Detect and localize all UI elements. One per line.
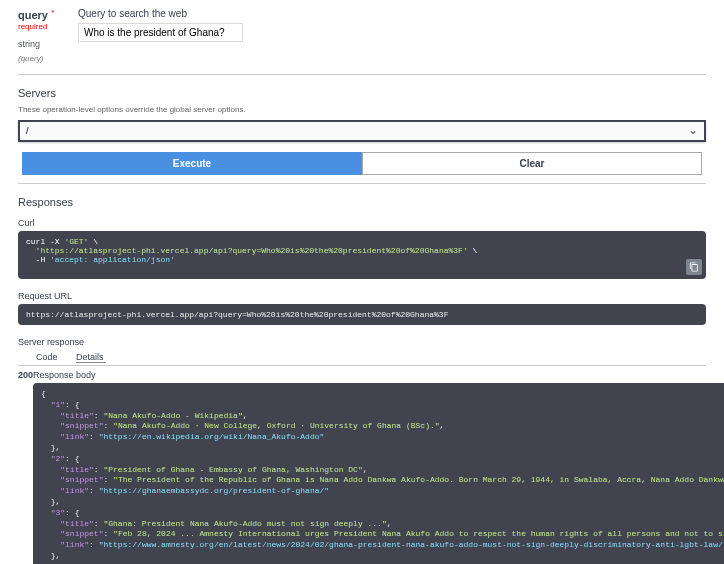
server-select-wrap: / xyxy=(0,120,724,142)
response-table-header: Code Details xyxy=(18,350,706,366)
divider xyxy=(18,74,706,75)
parameter-name-column: query * required string (query) xyxy=(18,8,78,64)
server-response-label: Server response xyxy=(0,331,724,350)
curl-label: Curl xyxy=(0,212,724,231)
responses-heading: Responses xyxy=(0,186,724,212)
parameter-row: query * required string (query) Query to… xyxy=(0,0,724,72)
divider xyxy=(18,183,706,184)
code-column-header: Code xyxy=(36,352,76,363)
response-body: { "1": { "title": "Nana Akufo-Addo - Wik… xyxy=(33,383,724,564)
parameter-type: string xyxy=(18,39,40,49)
execute-button[interactable]: Execute xyxy=(22,152,362,175)
response-row: 200 Response body { "1": { "title": "Nan… xyxy=(0,366,724,564)
servers-note: These operation-level options override t… xyxy=(0,103,724,120)
action-buttons: Execute Clear xyxy=(22,152,702,175)
parameter-name: query xyxy=(18,9,48,21)
request-url-block: https://atlasproject-phi.vercel.app/api?… xyxy=(18,304,706,325)
clear-button[interactable]: Clear xyxy=(362,152,702,175)
query-input[interactable] xyxy=(78,23,243,42)
copy-icon[interactable] xyxy=(686,259,702,275)
server-select[interactable]: / xyxy=(18,120,706,142)
parameter-description: Query to search the web xyxy=(78,8,706,19)
curl-text: curl -X 'GET' \ 'https://atlasproject-ph… xyxy=(26,237,477,264)
request-url-text: https://atlasproject-phi.vercel.app/api?… xyxy=(26,310,448,319)
response-body-label: Response body xyxy=(33,370,724,380)
request-url-label: Request URL xyxy=(0,285,724,304)
curl-block: curl -X 'GET' \ 'https://atlasproject-ph… xyxy=(18,231,706,279)
status-detail: Response body { "1": { "title": "Nana Ak… xyxy=(33,370,724,564)
details-column-header: Details xyxy=(76,352,106,363)
parameter-in: (query) xyxy=(18,54,43,63)
status-code: 200 xyxy=(18,370,33,380)
parameter-desc-column: Query to search the web xyxy=(78,8,706,42)
servers-heading: Servers xyxy=(0,77,724,103)
